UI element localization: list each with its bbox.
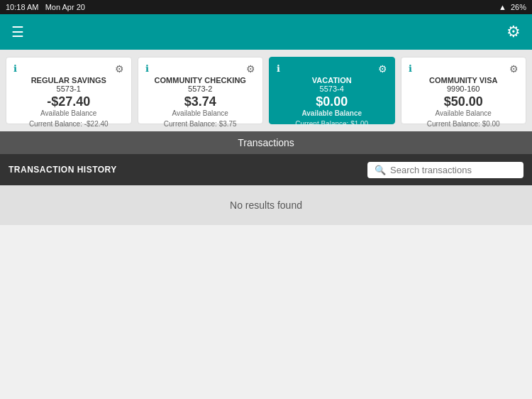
current-balance-1: Current Balance: $3.75 <box>145 120 256 128</box>
account-amount-3: $50.00 <box>409 94 519 109</box>
transaction-history-label: TRANSACTION HISTORY <box>9 165 117 175</box>
info-icon-0[interactable]: ℹ <box>13 63 17 74</box>
status-time-date: 10:18 AM Mon Apr 20 <box>6 3 85 11</box>
status-time: 10:18 AM <box>6 3 38 11</box>
status-bar: 10:18 AM Mon Apr 20 ▲ 26% <box>0 0 532 14</box>
transactions-subbar: TRANSACTION HISTORY 🔍 <box>0 154 532 185</box>
account-gear-2[interactable]: ⚙ <box>378 63 387 75</box>
current-balance-3: Current Balance: $0.00 <box>409 120 519 128</box>
account-number-0: 5573-1 <box>13 84 124 93</box>
account-amount-0: -$27.40 <box>13 94 124 109</box>
account-number-2: 5573-4 <box>277 84 387 93</box>
account-name-1: COMMUNITY CHECKING <box>145 76 256 84</box>
no-results-message: No results found <box>0 185 532 225</box>
account-number-1: 5573-2 <box>145 84 256 93</box>
balance-label-2: Available Balance <box>277 109 387 117</box>
info-icon-2[interactable]: ℹ <box>277 63 280 74</box>
account-card-1[interactable]: ℹ ⚙ COMMUNITY CHECKING 5573-2 $3.74 Avai… <box>138 57 264 124</box>
account-gear-0[interactable]: ⚙ <box>115 63 124 75</box>
account-gear-1[interactable]: ⚙ <box>246 63 255 75</box>
account-card-2[interactable]: ℹ ⚙ VACATION 5573-4 $0.00 Available Bala… <box>269 57 395 124</box>
transactions-section-header: Transactions <box>0 131 532 154</box>
accounts-row: ℹ ⚙ REGULAR SAVINGS 5573-1 -$27.40 Avail… <box>0 50 532 131</box>
info-icon-3[interactable]: ℹ <box>409 63 412 74</box>
info-icon-1[interactable]: ℹ <box>145 63 149 74</box>
settings-button[interactable]: ⚙ <box>506 23 521 41</box>
status-indicators: ▲ 26% <box>499 3 526 11</box>
balance-label-0: Available Balance <box>13 109 124 117</box>
account-number-3: 9990-160 <box>409 84 519 93</box>
transactions-title: Transactions <box>238 137 294 148</box>
search-input[interactable] <box>390 165 516 175</box>
balance-label-3: Available Balance <box>409 109 519 117</box>
account-card-0[interactable]: ℹ ⚙ REGULAR SAVINGS 5573-1 -$27.40 Avail… <box>6 57 132 124</box>
battery-indicator: 26% <box>511 3 526 11</box>
page-body <box>0 225 532 399</box>
status-date: Mon Apr 20 <box>45 3 85 11</box>
account-name-2: VACATION <box>277 76 387 84</box>
search-icon: 🔍 <box>375 165 386 175</box>
top-nav: ☰ ⚙ <box>0 14 532 50</box>
no-results-text: No results found <box>230 200 302 211</box>
account-amount-1: $3.74 <box>145 94 256 109</box>
account-card-3[interactable]: ℹ ⚙ COMMUNITY VISA 9990-160 $50.00 Avail… <box>401 57 527 124</box>
account-name-3: COMMUNITY VISA <box>409 76 519 84</box>
account-gear-3[interactable]: ⚙ <box>509 63 519 75</box>
hamburger-menu-button[interactable]: ☰ <box>11 23 24 40</box>
balance-label-1: Available Balance <box>145 109 256 117</box>
search-box: 🔍 <box>367 162 523 178</box>
account-amount-2: $0.00 <box>277 94 387 109</box>
wifi-icon: ▲ <box>499 3 506 11</box>
account-name-0: REGULAR SAVINGS <box>13 76 124 84</box>
current-balance-0: Current Balance: -$22.40 <box>13 120 124 128</box>
current-balance-2: Current Balance: $1.00 <box>277 120 387 128</box>
